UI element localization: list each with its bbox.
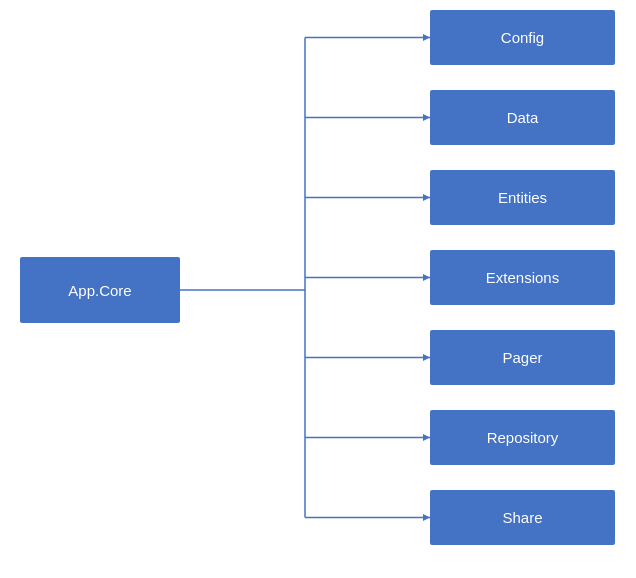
svg-marker-13	[423, 434, 430, 441]
diagram: App.Core ConfigDataEntitiesExtensionsPag…	[0, 0, 636, 578]
root-node: App.Core	[20, 257, 180, 323]
child-node-config: Config	[430, 10, 615, 65]
child-node-share: Share	[430, 490, 615, 545]
svg-marker-3	[423, 34, 430, 41]
svg-marker-7	[423, 194, 430, 201]
child-node-repository: Repository	[430, 410, 615, 465]
child-node-extensions: Extensions	[430, 250, 615, 305]
svg-marker-9	[423, 274, 430, 281]
child-node-pager: Pager	[430, 330, 615, 385]
svg-marker-5	[423, 114, 430, 121]
svg-marker-11	[423, 354, 430, 361]
svg-marker-15	[423, 514, 430, 521]
child-node-data: Data	[430, 90, 615, 145]
child-node-entities: Entities	[430, 170, 615, 225]
